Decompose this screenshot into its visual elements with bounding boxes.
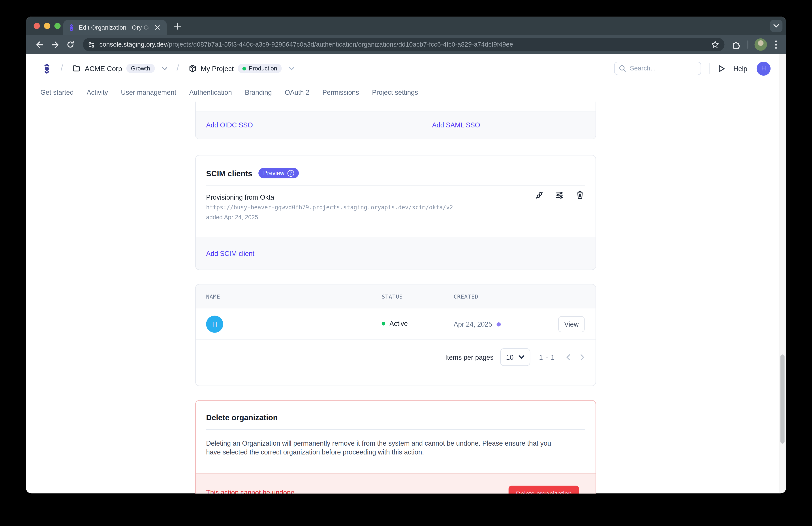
connection-test-icon[interactable] bbox=[535, 191, 544, 200]
chevron-down-icon bbox=[289, 67, 294, 70]
scim-client-url: https://busy-beaver-gqwvd0fb79.projects.… bbox=[206, 204, 585, 211]
help-circle-icon: ? bbox=[288, 170, 294, 177]
created-cell: Apr 24, 2025 bbox=[454, 320, 501, 328]
forward-icon[interactable] bbox=[49, 39, 61, 51]
chevron-down-icon bbox=[518, 355, 524, 359]
url-host: console.staging.ory.dev bbox=[100, 41, 167, 48]
screenshot-stage: Edit Organization - Ory Conso bbox=[0, 0, 812, 526]
status-cell: Active bbox=[382, 320, 408, 327]
package-icon bbox=[188, 64, 197, 73]
scim-clients-card: SCIM clients Preview? Provisioning from … bbox=[195, 155, 596, 270]
console-nav: Get started Activity User management Aut… bbox=[26, 83, 786, 102]
help-link[interactable]: Help bbox=[734, 65, 748, 72]
danger-warning-text: This action cannot be undone. bbox=[206, 489, 296, 493]
close-window-button[interactable] bbox=[34, 23, 40, 29]
nav-item-project-settings[interactable]: Project settings bbox=[372, 88, 418, 96]
browser-profile-avatar[interactable] bbox=[754, 39, 767, 51]
column-status: STATUS bbox=[382, 293, 403, 299]
preview-badge[interactable]: Preview? bbox=[259, 168, 299, 178]
column-name: NAME bbox=[206, 293, 220, 299]
workspace-plan-badge: Growth bbox=[126, 64, 155, 73]
url-path: /projects/d087b7a1-55f3-440c-a3c9-929564… bbox=[167, 41, 513, 48]
breadcrumb-separator: / bbox=[176, 63, 179, 73]
window-controls bbox=[34, 23, 61, 29]
project-selector[interactable]: My Project Production bbox=[188, 64, 294, 73]
url-bar[interactable]: console.staging.ory.dev/projects/d087b7a… bbox=[83, 38, 724, 51]
previous-page-icon[interactable] bbox=[566, 354, 570, 360]
folder-icon bbox=[72, 65, 81, 72]
chevron-down-icon bbox=[162, 67, 167, 70]
nav-item-branding[interactable]: Branding bbox=[245, 88, 272, 96]
nav-item-oauth2[interactable]: OAuth 2 bbox=[285, 88, 309, 96]
nav-item-authentication[interactable]: Authentication bbox=[189, 88, 232, 96]
status-dot bbox=[382, 322, 385, 325]
organizations-table-card: NAME STATUS CREATED H Active Apr 24, 202… bbox=[195, 284, 596, 386]
scrollbar-thumb[interactable] bbox=[781, 354, 785, 444]
scim-client-name: Provisioning from Okta bbox=[206, 193, 585, 201]
nav-item-get-started[interactable]: Get started bbox=[40, 88, 74, 96]
environment-badge: Production bbox=[238, 64, 282, 73]
table-row[interactable]: H Active Apr 24, 2025 View bbox=[196, 308, 596, 340]
back-icon[interactable] bbox=[33, 39, 45, 51]
run-tutorial-icon[interactable] bbox=[719, 65, 725, 72]
sso-card: Add OIDC SSO Add SAML SSO bbox=[195, 102, 596, 139]
nav-item-activity[interactable]: Activity bbox=[87, 88, 108, 96]
search-box[interactable] bbox=[614, 61, 701, 75]
reload-icon[interactable] bbox=[64, 39, 76, 51]
workspace-name: ACME Corp bbox=[85, 65, 122, 72]
browser-window: Edit Organization - Ory Conso bbox=[26, 17, 786, 493]
maximize-window-button[interactable] bbox=[54, 23, 60, 29]
url-text: console.staging.ory.dev/projects/d087b7a… bbox=[100, 41, 707, 48]
ory-logo-icon[interactable] bbox=[42, 63, 51, 74]
bookmark-star-icon[interactable] bbox=[711, 40, 719, 49]
next-page-icon[interactable] bbox=[580, 354, 585, 360]
workspace-selector[interactable]: ACME Corp Growth bbox=[72, 64, 167, 73]
user-avatar[interactable]: H bbox=[757, 61, 770, 75]
delete-organization-button[interactable]: Delete organization bbox=[509, 486, 579, 493]
search-icon bbox=[619, 65, 626, 72]
add-oidc-sso-link[interactable]: Add OIDC SSO bbox=[206, 121, 253, 129]
scim-client-row: Provisioning from Okta https://busy-beav… bbox=[196, 185, 596, 220]
created-indicator-dot bbox=[497, 322, 501, 326]
browser-tab-strip: Edit Organization - Ory Conso bbox=[26, 17, 786, 35]
browser-toolbar: console.staging.ory.dev/projects/d087b7a… bbox=[26, 35, 786, 54]
tab-search-button[interactable] bbox=[770, 20, 782, 32]
page-scrollbar[interactable] bbox=[779, 54, 786, 493]
pagination: Items per pages 10 1 - 1 bbox=[445, 348, 585, 366]
view-button[interactable]: View bbox=[558, 316, 585, 332]
console-header: / ACME Corp Growth / My Projec bbox=[26, 54, 786, 83]
ory-favicon-icon bbox=[68, 24, 75, 31]
scim-client-added-date: added Apr 24, 2025 bbox=[206, 214, 585, 220]
settings-sliders-icon[interactable] bbox=[555, 191, 564, 200]
add-scim-client-link[interactable]: Add SCIM client bbox=[206, 250, 255, 257]
column-created: CREATED bbox=[454, 293, 478, 299]
site-settings-icon[interactable] bbox=[88, 41, 95, 48]
breadcrumb-separator: / bbox=[61, 63, 63, 73]
delete-organization-title: Delete organization bbox=[196, 401, 596, 422]
tab-close-icon[interactable] bbox=[153, 24, 162, 32]
trash-icon[interactable] bbox=[575, 191, 584, 200]
project-name: My Project bbox=[201, 65, 234, 72]
delete-organization-description: Deleting an Organization will permanentl… bbox=[196, 430, 570, 457]
nav-item-permissions[interactable]: Permissions bbox=[322, 88, 359, 96]
organization-avatar: H bbox=[206, 315, 223, 332]
browser-menu-icon[interactable] bbox=[773, 40, 779, 49]
scim-clients-title: SCIM clients bbox=[206, 169, 252, 177]
environment-status-dot bbox=[243, 67, 246, 70]
items-per-page-select[interactable]: 10 bbox=[500, 348, 530, 366]
pagination-range: 1 - 1 bbox=[539, 353, 555, 361]
nav-item-user-management[interactable]: User management bbox=[121, 88, 176, 96]
search-input[interactable] bbox=[630, 65, 697, 72]
extensions-icon[interactable] bbox=[731, 40, 741, 49]
browser-tab[interactable]: Edit Organization - Ory Conso bbox=[63, 20, 166, 35]
delete-organization-card: Delete organization Deleting an Organiza… bbox=[195, 400, 596, 493]
page-content: / ACME Corp Growth / My Projec bbox=[26, 54, 786, 493]
items-per-page-label: Items per pages bbox=[445, 353, 494, 361]
add-saml-sso-link[interactable]: Add SAML SSO bbox=[432, 121, 480, 129]
new-tab-button[interactable] bbox=[173, 22, 182, 31]
minimize-window-button[interactable] bbox=[44, 23, 50, 29]
table-header: NAME STATUS CREATED bbox=[196, 284, 596, 308]
